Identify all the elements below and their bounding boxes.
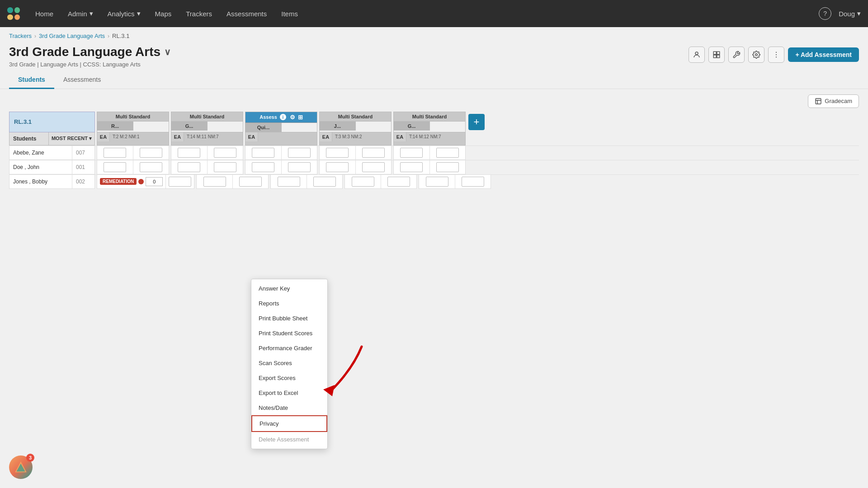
layout-icon-btn[interactable] (708, 47, 725, 63)
badge-notification-count: 3 (26, 454, 34, 462)
svg-rect-9 (816, 99, 821, 104)
nav-home[interactable]: Home (29, 6, 60, 21)
col-group-1-header: Multi Standard (97, 112, 169, 122)
nav-assessments[interactable]: Assessments (220, 6, 273, 21)
col-group-assess: Assess i ⚙ ⊞ Qui... (245, 112, 317, 132)
col-group-4-sub-btn[interactable]: J... (320, 122, 356, 131)
dropdown-reports[interactable]: Reports (251, 296, 327, 311)
settings-icon-btn[interactable] (748, 47, 764, 63)
dropdown-print-scores[interactable]: Print Student Scores (251, 326, 327, 341)
svg-rect-3 (714, 55, 717, 58)
score-input-jones-g5[interactable] (426, 177, 448, 187)
table-row: Abebe, Zane 007 (9, 145, 859, 160)
score-input-doe-g4[interactable] (326, 162, 349, 172)
dropdown-notes-date[interactable]: Notes/Date (251, 400, 327, 415)
nav-items[interactable]: Items (275, 6, 304, 21)
gradecam-area: Gradecam (0, 89, 868, 112)
dropdown-privacy[interactable]: Privacy (251, 415, 327, 432)
score-input-abebe-g4[interactable] (326, 148, 349, 158)
wrench-icon-btn[interactable] (728, 47, 745, 63)
g2-stats: T:14 M:11 NM:7 (184, 132, 243, 141)
score-input-abebe-g5b[interactable] (436, 148, 459, 158)
score-input-doe-g2b[interactable] (214, 162, 236, 172)
dropdown-export-scores[interactable]: Export Scores (251, 371, 327, 385)
tab-students[interactable]: Students (9, 71, 54, 89)
nav-admin[interactable]: Admin ▾ (61, 6, 99, 21)
g5-stats: T:14 M:12 NM:7 (406, 132, 465, 141)
dropdown-print-bubble[interactable]: Print Bubble Sheet (251, 311, 327, 326)
student-name-abebe: Abebe, Zane (9, 146, 72, 160)
tab-assessments[interactable]: Assessments (54, 71, 110, 89)
score-input-doe-g2[interactable] (178, 162, 200, 172)
score-input-doe-g3[interactable] (252, 162, 274, 172)
nav-analytics[interactable]: Analytics ▾ (101, 6, 147, 21)
dropdown-perf-grader[interactable]: Performance Grader (251, 341, 327, 356)
badge-icon[interactable]: 3 (9, 455, 33, 479)
dropdown-answer-key[interactable]: Answer Key (251, 281, 327, 296)
col-groups-header: Multi Standard R... Multi Standard G... … (97, 112, 859, 132)
bottom-badge[interactable]: 3 (9, 455, 33, 479)
student-id-jones: 002 (72, 175, 95, 189)
person-icon-btn[interactable] (689, 47, 705, 63)
score-input-abebe-g1[interactable] (104, 148, 126, 158)
gradecam-button[interactable]: Gradecam (808, 94, 859, 108)
nav-maps[interactable]: Maps (149, 6, 178, 21)
assess-resize-icon[interactable]: ⊞ (298, 114, 303, 121)
column-info-row: Students MOST RECENT ▾ EA T:2 M:2 NM:1 (9, 132, 859, 145)
score-input-abebe-g4b[interactable] (362, 148, 385, 158)
app-logo[interactable] (7, 7, 20, 20)
score-input-doe-g4b[interactable] (362, 162, 385, 172)
g5-ea-badge: EA (394, 132, 406, 141)
add-assessment-button[interactable]: + Add Assessment (788, 47, 859, 62)
breadcrumb-standard: RL.3.1 (112, 33, 129, 39)
student-name-doe: Doe , John (9, 160, 72, 174)
score-input-jones-g3[interactable] (278, 177, 300, 187)
col-group-2-sub-btn[interactable]: G... (171, 122, 208, 131)
student-id-doe: 001 (72, 160, 95, 174)
rl-label-cell: RL.3.1 (9, 112, 95, 132)
breadcrumb-subject[interactable]: 3rd Grade Language Arts (39, 33, 105, 39)
dropdown-delete[interactable]: Delete Assessment (251, 432, 327, 447)
assess-sub-btn[interactable]: Qui... (245, 123, 282, 132)
score-input-abebe-g3b[interactable] (288, 148, 311, 158)
assess-dropdown-menu: Answer Key Reports Print Bubble Sheet Pr… (251, 279, 328, 449)
score-input-jones-g4b[interactable] (387, 177, 410, 187)
user-menu[interactable]: Doug ▾ (839, 9, 861, 18)
score-input-doe-g1[interactable] (104, 162, 126, 172)
score-input-jones-g3b[interactable] (313, 177, 336, 187)
assess-header: Assess i ⚙ ⊞ (245, 112, 317, 123)
g1-ea-badge: EA (97, 132, 110, 141)
svg-point-7 (776, 54, 777, 55)
page-header: 3rd Grade Language Arts ∨ 3rd Grade | La… (0, 43, 868, 71)
score-input-abebe-g1b[interactable] (140, 148, 162, 158)
title-chevron[interactable]: ∨ (164, 47, 171, 57)
students-info-header: Students MOST RECENT ▾ (9, 132, 95, 145)
more-icon-btn[interactable] (768, 47, 784, 63)
dropdown-export-excel[interactable]: Export to Excel (251, 385, 327, 400)
score-input-abebe-g3[interactable] (252, 148, 274, 158)
score-input-doe-g3b[interactable] (288, 162, 311, 172)
logo-dot-br (14, 14, 20, 20)
score-input-abebe-g5[interactable] (400, 148, 423, 158)
score-input-doe-g5b[interactable] (436, 162, 459, 172)
tabs-bar: Students Assessments (0, 71, 868, 89)
score-input-doe-g5[interactable] (400, 162, 423, 172)
nav-trackers[interactable]: Trackers (179, 6, 218, 21)
score-input-jones-g2b[interactable] (239, 177, 262, 187)
add-column-button[interactable]: + (468, 114, 485, 130)
score-input-abebe-g2b[interactable] (214, 148, 236, 158)
help-button[interactable]: ? (819, 7, 831, 20)
score-input-jones-g2[interactable] (203, 177, 226, 187)
col-group-1-sub-btn[interactable]: R... (97, 122, 133, 131)
most-recent-header[interactable]: MOST RECENT ▾ (48, 132, 94, 145)
score-input-jones-g5b[interactable] (462, 177, 484, 187)
score-input-abebe-g2[interactable] (178, 148, 200, 158)
col-group-5-sub-btn[interactable]: G... (394, 122, 430, 131)
breadcrumb-trackers[interactable]: Trackers (9, 33, 32, 39)
assess-settings-icon[interactable]: ⚙ (290, 114, 295, 121)
score-input-doe-g1b[interactable] (140, 162, 162, 172)
svg-rect-2 (717, 52, 720, 54)
score-input-jones-g4[interactable] (352, 177, 374, 187)
dropdown-scan-scores[interactable]: Scan Scores (251, 356, 327, 371)
score-input-jones-g1b[interactable] (169, 177, 191, 187)
